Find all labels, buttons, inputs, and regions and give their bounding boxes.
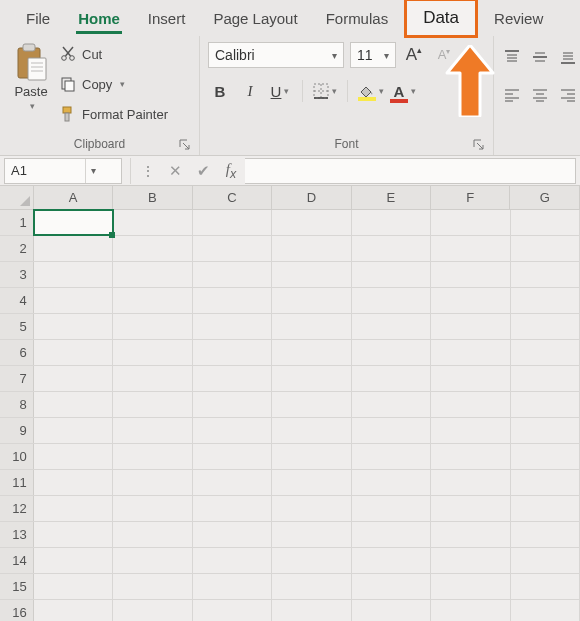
cell[interactable] — [511, 496, 580, 521]
cell[interactable] — [352, 470, 431, 495]
cell[interactable] — [193, 444, 272, 469]
font-color-button[interactable]: A ▾ — [390, 78, 416, 104]
cell[interactable] — [113, 236, 192, 261]
cell[interactable] — [431, 262, 510, 287]
cell[interactable] — [34, 262, 113, 287]
column-header[interactable]: A — [34, 186, 113, 209]
cell[interactable] — [272, 288, 351, 313]
row-header[interactable]: 16 — [0, 600, 34, 621]
cell[interactable] — [34, 236, 113, 261]
align-bottom-button[interactable] — [558, 44, 578, 70]
cell[interactable] — [193, 366, 272, 391]
cell[interactable] — [511, 392, 580, 417]
cell[interactable] — [431, 600, 510, 621]
tab-insert[interactable]: Insert — [134, 0, 200, 36]
cell[interactable] — [193, 340, 272, 365]
cell[interactable] — [352, 574, 431, 599]
cell[interactable] — [113, 340, 192, 365]
cell[interactable] — [113, 470, 192, 495]
decrease-font-button[interactable]: A▾ — [432, 42, 456, 68]
cell[interactable] — [113, 418, 192, 443]
column-header[interactable]: C — [193, 186, 272, 209]
cell[interactable] — [431, 210, 510, 235]
cell[interactable] — [113, 574, 192, 599]
cell[interactable] — [272, 366, 351, 391]
cell[interactable] — [193, 600, 272, 621]
cell[interactable] — [511, 210, 580, 235]
cell[interactable] — [34, 340, 113, 365]
tab-page-layout[interactable]: Page Layout — [199, 0, 311, 36]
cell[interactable] — [113, 548, 192, 573]
cell[interactable] — [352, 522, 431, 547]
cell[interactable] — [431, 288, 510, 313]
cell[interactable] — [272, 444, 351, 469]
cell[interactable] — [272, 548, 351, 573]
cell[interactable] — [352, 236, 431, 261]
cell[interactable] — [34, 522, 113, 547]
tab-review[interactable]: Review — [480, 0, 557, 36]
cell[interactable] — [34, 470, 113, 495]
select-all-corner[interactable] — [0, 186, 34, 209]
cell[interactable] — [352, 444, 431, 469]
cell[interactable] — [113, 600, 192, 621]
column-header[interactable]: E — [352, 186, 431, 209]
cell[interactable] — [113, 496, 192, 521]
cell[interactable] — [352, 496, 431, 521]
cell[interactable] — [431, 444, 510, 469]
cell[interactable] — [511, 236, 580, 261]
cell[interactable] — [113, 262, 192, 287]
cell[interactable] — [34, 444, 113, 469]
cell[interactable] — [193, 314, 272, 339]
tab-data[interactable]: Data — [404, 0, 478, 38]
cell[interactable] — [193, 236, 272, 261]
cell[interactable] — [193, 288, 272, 313]
column-header[interactable]: D — [272, 186, 351, 209]
cell[interactable] — [193, 262, 272, 287]
cell[interactable] — [511, 366, 580, 391]
formula-input[interactable] — [245, 158, 576, 184]
cell[interactable] — [352, 262, 431, 287]
insert-function-button[interactable]: fx — [217, 160, 245, 181]
cell[interactable] — [352, 288, 431, 313]
cell[interactable] — [511, 288, 580, 313]
align-right-button[interactable] — [558, 82, 578, 108]
cell[interactable] — [113, 392, 192, 417]
tab-home[interactable]: Home — [64, 0, 134, 36]
row-header[interactable]: 8 — [0, 392, 34, 417]
row-header[interactable]: 7 — [0, 366, 34, 391]
column-header[interactable]: B — [113, 186, 192, 209]
cell[interactable] — [193, 574, 272, 599]
underline-button[interactable]: U ▾ — [268, 78, 292, 104]
drag-handle-icon[interactable]: ⋮ — [135, 163, 161, 179]
row-header[interactable]: 4 — [0, 288, 34, 313]
cell[interactable] — [193, 418, 272, 443]
cell[interactable] — [511, 548, 580, 573]
cell[interactable] — [34, 600, 113, 621]
cell[interactable] — [272, 600, 351, 621]
cell[interactable] — [511, 340, 580, 365]
row-header[interactable]: 13 — [0, 522, 34, 547]
cell[interactable] — [352, 210, 431, 235]
cell[interactable] — [113, 522, 192, 547]
cell[interactable] — [431, 496, 510, 521]
row-header[interactable]: 10 — [0, 444, 34, 469]
cell[interactable] — [34, 314, 113, 339]
paste-button[interactable]: Paste ▾ — [8, 40, 54, 111]
cell[interactable] — [511, 600, 580, 621]
cell[interactable] — [511, 444, 580, 469]
row-header[interactable]: 11 — [0, 470, 34, 495]
cell[interactable] — [431, 366, 510, 391]
cancel-formula-button[interactable]: ✕ — [161, 162, 189, 180]
row-header[interactable]: 3 — [0, 262, 34, 287]
cell[interactable] — [272, 392, 351, 417]
cell[interactable] — [511, 314, 580, 339]
cell[interactable] — [431, 548, 510, 573]
cell[interactable] — [113, 288, 192, 313]
cell[interactable] — [352, 314, 431, 339]
row-header[interactable]: 15 — [0, 574, 34, 599]
cell[interactable] — [352, 600, 431, 621]
cell[interactable] — [431, 470, 510, 495]
row-header[interactable]: 5 — [0, 314, 34, 339]
cell[interactable] — [511, 574, 580, 599]
cut-button[interactable]: Cut — [60, 42, 168, 66]
